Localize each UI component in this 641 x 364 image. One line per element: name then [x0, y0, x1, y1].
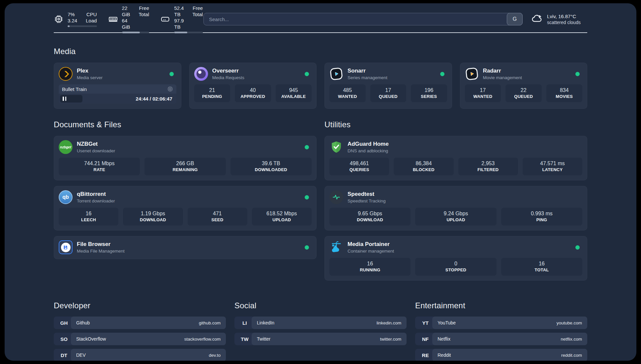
nzbget-remaining-stat: 266 GB REMAINING	[144, 158, 226, 175]
filebrowser-status-indicator	[305, 245, 309, 250]
stat-label: PENDING	[196, 94, 229, 99]
portainer-status-indicator	[575, 245, 580, 250]
stat-label: UPLOAD	[253, 217, 310, 223]
stat-value: 17	[372, 87, 405, 94]
link-stackoverflow[interactable]: SO StackOverflow stackoverflow.com	[54, 333, 226, 345]
radarr-movies-stat: 834 MOVIES	[546, 84, 583, 102]
stat-value: 0.993 ms	[503, 210, 581, 217]
disk-stat: 52.4 TB 97.9 TB Free Total	[160, 5, 203, 33]
plex-now-playing: Bullet Train 24:44 / 02:06:47	[59, 84, 176, 104]
stat-value: 21	[196, 87, 229, 94]
adguard-card[interactable]: AdGuard Home DNS and adblocking 498,461 …	[324, 136, 587, 180]
sonarr-wanted-stat: 485 WANTED	[329, 84, 366, 102]
link-url: youtube.com	[557, 320, 582, 325]
radarr-card[interactable]: Radarr Movie management 17 WANTED 22 QUE…	[460, 63, 588, 109]
radarr-description: Movie management	[483, 75, 522, 80]
stat-value: 744.21 Mbps	[60, 160, 138, 167]
cpu-usage-value: 7%	[68, 11, 77, 17]
cpu-progress-fill	[68, 25, 70, 27]
developer-section-title: Developer	[54, 301, 226, 310]
disk-progress-fill	[174, 32, 187, 33]
speedtest-description: Speedtest Tracking	[348, 198, 386, 203]
stat-label: RATE	[60, 167, 138, 172]
player-settings-icon[interactable]	[167, 86, 173, 92]
link-youtube[interactable]: YT YouTube youtube.com	[415, 317, 587, 329]
cpu-load-label: Load	[86, 17, 97, 24]
overseerr-description: Media Requests	[212, 75, 245, 80]
cpu-load-value: 3.24	[68, 17, 77, 24]
nzbget-name: NZBGet	[77, 141, 115, 147]
social-section: Social LI LinkedIn linkedin.com TW Twitt…	[234, 301, 407, 361]
link-linkedin[interactable]: LI LinkedIn linkedin.com	[234, 317, 407, 329]
stat-value: 22	[507, 87, 540, 94]
link-url: reddit.com	[561, 353, 582, 358]
stat-label: APPROVED	[236, 94, 270, 99]
developer-section: Developer GH Github github.com SO StackO…	[54, 301, 226, 361]
link-netflix[interactable]: NF Netflix netflix.com	[415, 333, 587, 345]
link-name: StackOverflow	[76, 336, 106, 342]
nzbget-card[interactable]: nzbget NZBGet Usenet downloader 744.21 M…	[54, 136, 317, 180]
filebrowser-description: Media File Management	[77, 249, 125, 254]
stat-label: PING	[503, 217, 581, 223]
stat-label: BLOCKED	[395, 167, 452, 172]
portainer-running-stat: 16 RUNNING	[329, 258, 411, 276]
stat-value: 266 GB	[146, 160, 224, 167]
adguard-filtered-stat: 2,953 FILTERED	[458, 158, 518, 175]
radarr-icon	[465, 67, 479, 81]
stat-value: 196	[412, 87, 446, 94]
disk-progress-track	[174, 32, 203, 33]
qbittorrent-icon-text: qb	[62, 194, 69, 200]
stat-value: 39.6 TB	[232, 160, 310, 167]
stat-label: AVAILABLE	[277, 94, 311, 99]
sonarr-icon	[329, 67, 343, 81]
overseerr-icon	[194, 67, 208, 81]
link-name: DEV	[76, 352, 86, 358]
stat-value: 498,461	[331, 160, 388, 167]
link-url: netflix.com	[561, 337, 582, 342]
nzbget-downloaded-stat: 39.6 TB DOWNLOADED	[230, 158, 312, 175]
portainer-card[interactable]: Media Portainer Container management 16 …	[324, 236, 587, 281]
qbittorrent-card[interactable]: qb qBittorrent Torrent downloader 16	[54, 186, 317, 230]
nzbget-icon-text: nzbget	[60, 145, 71, 149]
stat-label: TOTAL	[503, 267, 581, 273]
link-reddit[interactable]: RE Reddit reddit.com	[415, 349, 587, 361]
portainer-description: Container management	[348, 249, 394, 254]
link-name: Netflix	[438, 336, 450, 342]
speedtest-card[interactable]: Speedtest Speedtest Tracking 9.65 Gbps D…	[324, 186, 587, 230]
disk-total-label: Total	[192, 11, 203, 17]
qbittorrent-description: Torrent downloader	[77, 198, 115, 203]
link-twitter[interactable]: TW Twitter twitter.com	[234, 333, 407, 345]
pause-icon[interactable]	[63, 94, 66, 104]
link-dev[interactable]: DT DEV dev.to	[54, 349, 226, 361]
sonarr-card[interactable]: Sonarr Series management 485 WANTED 17 Q…	[324, 63, 452, 109]
utilities-section: Utilities AdGuard Home DNS and adblockin…	[324, 120, 587, 281]
search-input[interactable]	[203, 13, 523, 25]
documents-section-title: Documents & Files	[54, 120, 317, 129]
cpu-stat: 7% 3.24 CPU Load	[54, 5, 97, 33]
radarr-status-indicator	[575, 72, 580, 76]
plex-card[interactable]: Plex Media server Bullet Train	[54, 63, 181, 109]
link-name: Twitter	[257, 336, 270, 342]
stat-value: 40	[236, 87, 270, 94]
memory-icon	[108, 14, 118, 24]
stat-value: 86,384	[395, 160, 452, 167]
plex-status-indicator	[169, 72, 174, 76]
filebrowser-name: File Browser	[77, 241, 125, 248]
link-github[interactable]: GH Github github.com	[54, 317, 226, 329]
stat-value: 9.24 Gbps	[416, 210, 495, 217]
overseerr-card[interactable]: Overseerr Media Requests 21 PENDING 40 A…	[189, 63, 317, 109]
filebrowser-card[interactable]: File Browser Media File Management	[54, 236, 317, 259]
stat-label: DOWNLOAD	[331, 217, 409, 223]
documents-section: Documents & Files nzbget NZBGet Usenet d…	[54, 120, 317, 281]
qbittorrent-download-stat: 1.19 Gbps DOWNLOAD	[123, 208, 183, 226]
memory-stat: 22 GiB 64 GiB Free Total	[108, 5, 149, 33]
now-playing-title: Bullet Train	[62, 86, 87, 92]
google-search-button[interactable]: G	[507, 13, 523, 25]
speedtest-icon	[329, 190, 343, 204]
stat-label: QUEUED	[507, 94, 540, 99]
sonarr-queued-stat: 17 QUEUED	[370, 84, 407, 102]
radarr-queued-stat: 22 QUEUED	[505, 84, 542, 102]
portainer-total-stat: 16 TOTAL	[501, 258, 582, 276]
social-section-title: Social	[234, 301, 407, 310]
stat-value: 17	[466, 87, 500, 94]
